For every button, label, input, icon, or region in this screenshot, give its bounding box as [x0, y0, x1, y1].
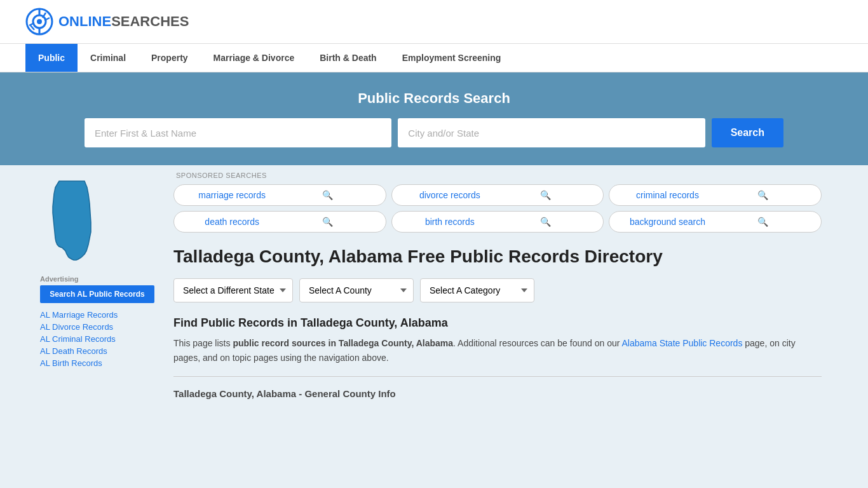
sponsored-pill-marriage[interactable]: marriage records 🔍: [173, 184, 386, 206]
sidebar-link-criminal[interactable]: AL Criminal Records: [40, 334, 116, 344]
county-dropdown[interactable]: Select A County: [299, 278, 414, 302]
sidebar-link-divorce[interactable]: AL Divorce Records: [40, 322, 113, 332]
main-content: Advertising Search AL Public Records AL …: [34, 165, 834, 412]
section-divider: [173, 376, 822, 377]
name-input[interactable]: [85, 118, 391, 147]
category-dropdown[interactable]: Select A Category: [420, 278, 534, 302]
sponsored-pill-divorce-text: divorce records: [402, 190, 498, 200]
nav-birth-death[interactable]: Birth & Death: [307, 44, 389, 72]
nav-criminal[interactable]: Criminal: [78, 44, 139, 72]
advertising-label: Advertising: [40, 275, 154, 283]
search-icon-background: 🔍: [715, 217, 811, 227]
content-area: SPONSORED SEARCHES marriage records 🔍 di…: [161, 165, 834, 412]
logo-text: ONLINESEARCHES: [58, 13, 189, 30]
sidebar-link-birth[interactable]: AL Birth Records: [40, 358, 102, 368]
search-icon-birth: 🔍: [498, 217, 593, 227]
sidebar-link-list: AL Marriage Records AL Divorce Records A…: [40, 309, 154, 368]
nav-property[interactable]: Property: [139, 44, 201, 72]
search-icon-marriage: 🔍: [280, 190, 375, 200]
sponsored-pill-birth-text: birth records: [402, 217, 498, 227]
hero-section: Public Records Search Search: [0, 72, 868, 165]
search-icon-divorce: 🔍: [498, 190, 593, 200]
sponsored-label: SPONSORED SEARCHES: [173, 172, 822, 179]
find-text-part1: This page lists: [173, 338, 233, 348]
search-icon-death: 🔍: [280, 217, 375, 227]
nav-employment[interactable]: Employment Screening: [390, 44, 514, 72]
svg-point-4: [37, 19, 42, 24]
sidebar-link-death[interactable]: AL Death Records: [40, 346, 107, 356]
find-text-part2: . Additional resources can be found on o…: [453, 338, 621, 348]
sidebar: Advertising Search AL Public Records AL …: [34, 165, 161, 412]
sponsored-pill-criminal[interactable]: criminal records 🔍: [609, 184, 822, 206]
find-records-text: This page lists public record sources in…: [173, 336, 822, 365]
nav-public[interactable]: Public: [25, 44, 78, 72]
main-nav: Public Criminal Property Marriage & Divo…: [0, 44, 868, 72]
sidebar-link-marriage[interactable]: AL Marriage Records: [40, 310, 118, 320]
location-input[interactable]: [398, 118, 705, 147]
sponsored-grid: marriage records 🔍 divorce records 🔍 cri…: [173, 184, 822, 233]
site-header: ONLINESEARCHES: [0, 0, 868, 44]
sponsored-pill-death-text: death records: [184, 217, 280, 227]
search-row: Search: [85, 118, 783, 147]
page-title: Talladega County, Alabama Free Public Re…: [173, 245, 822, 268]
find-records-title: Find Public Records in Talladega County,…: [173, 316, 822, 330]
logo-icon: [25, 8, 53, 36]
sponsored-pill-death[interactable]: death records 🔍: [173, 211, 386, 233]
nav-marriage-divorce[interactable]: Marriage & Divorce: [201, 44, 308, 72]
sponsored-pill-criminal-text: criminal records: [620, 190, 715, 200]
alabama-records-link[interactable]: Alabama State Public Records: [622, 338, 743, 348]
state-dropdown[interactable]: Select a Different State: [173, 278, 293, 302]
find-text-bold: public record sources in Talladega Count…: [233, 338, 453, 348]
search-al-button[interactable]: Search AL Public Records: [40, 285, 154, 303]
sponsored-pill-divorce[interactable]: divorce records 🔍: [391, 184, 604, 206]
sponsored-pill-background[interactable]: background search 🔍: [609, 211, 822, 233]
dropdowns-row: Select a Different State Select A County…: [173, 278, 822, 302]
state-map-icon: [40, 178, 104, 261]
sponsored-pill-background-text: background search: [620, 217, 715, 227]
county-info-title: Talladega County, Alabama - General Coun…: [173, 388, 822, 399]
sponsored-pill-birth[interactable]: birth records 🔍: [391, 211, 604, 233]
search-button[interactable]: Search: [712, 118, 783, 147]
sponsored-pill-marriage-text: marriage records: [184, 190, 280, 200]
logo[interactable]: ONLINESEARCHES: [25, 8, 189, 36]
hero-title: Public Records Search: [25, 90, 843, 107]
search-icon-criminal: 🔍: [715, 190, 811, 200]
